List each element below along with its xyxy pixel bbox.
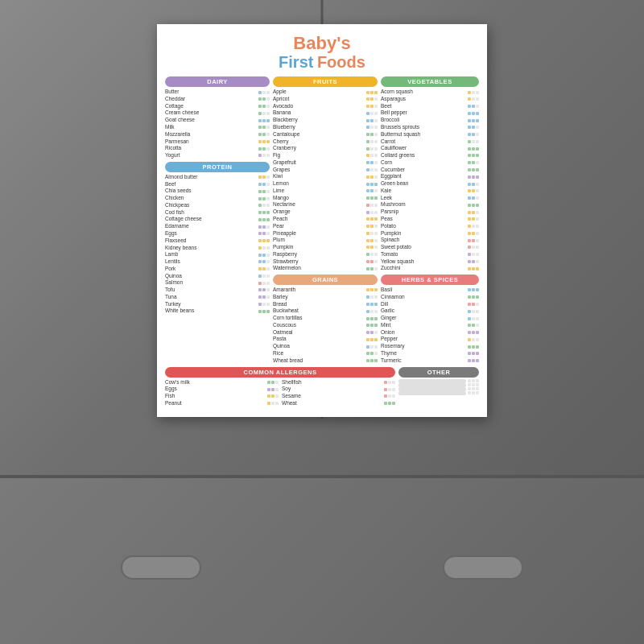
list-item: Brussels sprouts [381,124,479,131]
list-item: Lime [273,188,378,195]
list-item: Salmon [165,279,270,287]
food-name: Yellow squash [381,258,466,266]
food-name: White beans [165,308,257,315]
food-name: Garlic [381,308,466,315]
list-item: Chia seeds [165,188,270,195]
list-item: White beans [165,308,270,315]
food-name: Beef [165,181,257,188]
food-name: Tofu [165,287,257,294]
food-name: Apricot [273,96,365,103]
list-item: Flaxseed [165,237,270,245]
list-item: Peas [381,216,479,223]
food-name: Asparagus [381,96,466,103]
list-item: Lentils [165,258,270,266]
list-item: Almond butter [165,174,270,181]
list-item: Tomato [381,251,479,258]
food-name: Wheat bread [273,357,365,365]
herbs-list: BasilCinnamonDillGarlicGingerMintOnionPe… [381,287,479,364]
other-section: OTHER [398,367,479,407]
food-name: Cherry [273,138,365,146]
list-item: Cherry [273,138,378,146]
list-item: Grapes [273,167,378,174]
food-name: Cinnamon [381,294,466,301]
list-item: Wheat bread [273,357,378,365]
dairy-header: DAIRY [165,76,270,87]
list-item: Avocado [273,103,378,110]
list-item: Apple [273,89,378,96]
food-name: Chicken [165,195,257,202]
food-name: Spinach [381,237,466,244]
food-name: Rice [273,350,365,357]
list-item: Kidney beans [165,245,270,252]
food-name: Peach [273,216,365,223]
food-name: Plum [273,237,365,244]
fridge-handle-left [121,555,201,580]
list-item: Green bean [381,180,479,188]
list-item: Turkey [165,301,270,308]
food-name: Tomato [381,251,466,258]
food-name: Grapefruit [273,159,365,167]
list-item: Onion [381,329,479,336]
food-name: Fig [273,152,365,159]
list-item: Pumpkin [381,230,479,237]
list-item: Chicken [165,195,270,202]
food-name: Cranberry [273,145,365,152]
food-name: Eggplant [381,173,466,180]
list-item: Cinnamon [381,294,479,301]
list-item: Sweet potato [381,244,479,251]
list-item: Tofu [165,287,270,294]
list-item: Potato [381,223,479,230]
list-item: Cauliflower [381,145,479,152]
list-item: Fig [273,152,378,159]
list-item: Pasta [273,336,378,343]
food-name: Amaranth [273,287,365,294]
list-item: Acorn squash [381,89,479,96]
allergens-grid: Cow's milkEggsFishPeanut ShellfishSoySes… [165,379,395,407]
list-item: Pumpkin [273,244,378,251]
other-item [398,391,479,395]
food-name: Almond butter [165,174,257,181]
list-item: Pear [273,223,378,230]
food-name: Basil [381,287,466,294]
list-item: Turmeric [381,357,479,365]
food-name: Avocado [273,103,365,110]
list-item: Mozzarella [165,131,270,138]
food-name: Pineapple [273,230,365,237]
food-name: Lemon [273,180,365,188]
food-name: Milk [165,124,257,131]
fruits-header: FRUITS [273,76,378,87]
food-name: Green bean [381,180,466,188]
bottom-section: COMMON ALLERGENS Cow's milkEggsFishPeanu… [165,367,479,407]
grains-list: AmaranthBarleyBreadBuckwheatCorn tortill… [273,287,378,364]
food-name: Blackberry [273,117,365,124]
food-name: Broccoli [381,117,466,124]
list-item: Nectarine [273,201,378,208]
title-babys: Baby's [165,34,479,53]
list-item: Tuna [165,294,270,301]
food-name: Acorn squash [381,89,466,96]
food-name: Salmon [165,279,257,287]
fridge-background: Baby's First Foods DAIRY ButterCheddarCo… [0,0,644,644]
food-name: Chia seeds [165,188,257,195]
list-item: Quinoa [165,273,270,280]
other-list [398,379,479,395]
food-name: Parmesan [165,138,257,146]
food-name: Cucumber [381,167,466,174]
food-name: Orange [273,208,365,216]
food-name: Parsnip [381,208,466,216]
fruits-list: AppleApricotAvocadoBananaBlackberryBlueb… [273,89,378,272]
list-item: Goat cheese [165,117,270,124]
title-foods: Foods [317,53,365,71]
food-name: Zucchini [381,265,466,272]
food-name: Butternut squash [381,131,466,138]
food-name: Bell pepper [381,109,466,117]
food-name: Quinoa [165,273,257,280]
dairy-list: ButterCheddarCottageCream cheeseGoat che… [165,89,270,159]
list-item: Banana [273,109,378,117]
other-header: OTHER [398,367,479,378]
food-name: Pasta [273,336,365,343]
list-item: Chickpeas [165,202,270,209]
list-item: Broccoli [381,117,479,124]
food-name: Cauliflower [381,145,466,152]
list-item: Pork [165,266,270,273]
